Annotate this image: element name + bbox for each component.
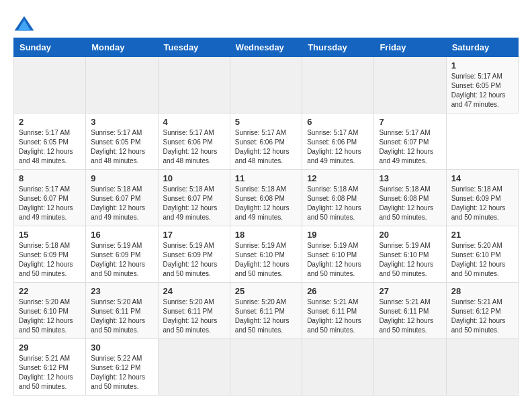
day-detail: Sunrise: 5:17 AM Sunset: 6:05 PM Dayligh… xyxy=(19,128,81,166)
day-number: 13 xyxy=(379,173,441,183)
day-number: 29 xyxy=(19,342,81,353)
day-detail: Sunrise: 5:17 AM Sunset: 6:07 PM Dayligh… xyxy=(379,128,441,166)
calendar-day-2: 2Sunrise: 5:17 AM Sunset: 6:05 PM Daylig… xyxy=(14,113,86,170)
day-number: 10 xyxy=(163,173,225,183)
day-detail: Sunrise: 5:20 AM Sunset: 6:10 PM Dayligh… xyxy=(451,241,513,279)
calendar-day-25: 25Sunrise: 5:20 AM Sunset: 6:11 PM Dayli… xyxy=(230,283,302,339)
day-detail: Sunrise: 5:19 AM Sunset: 6:09 PM Dayligh… xyxy=(163,241,225,279)
calendar-day-15: 15Sunrise: 5:18 AM Sunset: 6:09 PM Dayli… xyxy=(14,226,86,283)
day-number: 24 xyxy=(163,286,225,296)
empty-cell xyxy=(14,57,86,113)
empty-cell xyxy=(374,57,446,113)
calendar-body: 1Sunrise: 5:17 AM Sunset: 6:05 PM Daylig… xyxy=(14,57,519,396)
calendar-week-3: 15Sunrise: 5:18 AM Sunset: 6:09 PM Dayli… xyxy=(14,226,519,283)
day-number: 6 xyxy=(307,117,369,127)
day-of-week-tuesday: Tuesday xyxy=(158,38,230,57)
day-of-week-monday: Monday xyxy=(86,38,158,57)
calendar-day-3: 3Sunrise: 5:17 AM Sunset: 6:05 PM Daylig… xyxy=(86,113,158,170)
calendar-day-24: 24Sunrise: 5:20 AM Sunset: 6:11 PM Dayli… xyxy=(158,283,230,339)
day-detail: Sunrise: 5:22 AM Sunset: 6:12 PM Dayligh… xyxy=(91,354,152,392)
calendar-day-11: 11Sunrise: 5:18 AM Sunset: 6:08 PM Dayli… xyxy=(230,170,302,226)
day-detail: Sunrise: 5:18 AM Sunset: 6:09 PM Dayligh… xyxy=(19,241,81,279)
day-number: 26 xyxy=(307,286,369,296)
day-number: 30 xyxy=(91,342,152,353)
day-of-week-wednesday: Wednesday xyxy=(230,38,302,57)
calendar-day-17: 17Sunrise: 5:19 AM Sunset: 6:09 PM Dayli… xyxy=(158,226,230,283)
calendar-day-4: 4Sunrise: 5:17 AM Sunset: 6:06 PM Daylig… xyxy=(158,113,230,170)
empty-cell xyxy=(158,339,230,396)
day-number: 16 xyxy=(91,230,152,240)
logo-icon xyxy=(13,13,35,35)
day-detail: Sunrise: 5:20 AM Sunset: 6:11 PM Dayligh… xyxy=(235,298,297,335)
calendar-day-16: 16Sunrise: 5:19 AM Sunset: 6:09 PM Dayli… xyxy=(86,226,158,283)
day-detail: Sunrise: 5:17 AM Sunset: 6:05 PM Dayligh… xyxy=(91,128,152,166)
calendar-day-30: 30Sunrise: 5:22 AM Sunset: 6:12 PM Dayli… xyxy=(86,339,158,396)
day-number: 12 xyxy=(307,173,369,183)
empty-cell xyxy=(302,339,374,396)
calendar-day-22: 22Sunrise: 5:20 AM Sunset: 6:10 PM Dayli… xyxy=(14,283,86,339)
calendar-day-5: 5Sunrise: 5:17 AM Sunset: 6:06 PM Daylig… xyxy=(230,113,302,170)
day-detail: Sunrise: 5:19 AM Sunset: 6:10 PM Dayligh… xyxy=(307,241,369,279)
day-detail: Sunrise: 5:19 AM Sunset: 6:10 PM Dayligh… xyxy=(379,241,441,279)
day-number: 18 xyxy=(235,230,297,240)
day-detail: Sunrise: 5:18 AM Sunset: 6:09 PM Dayligh… xyxy=(451,185,513,222)
empty-cell xyxy=(230,57,302,113)
empty-cell xyxy=(446,339,518,396)
calendar-week-2: 8Sunrise: 5:17 AM Sunset: 6:07 PM Daylig… xyxy=(14,170,519,226)
day-detail: Sunrise: 5:18 AM Sunset: 6:08 PM Dayligh… xyxy=(307,185,369,222)
day-of-week-thursday: Thursday xyxy=(302,38,374,57)
empty-cell xyxy=(374,339,446,396)
calendar-day-26: 26Sunrise: 5:21 AM Sunset: 6:11 PM Dayli… xyxy=(302,283,374,339)
day-number: 21 xyxy=(451,230,513,240)
day-number: 17 xyxy=(163,230,225,240)
day-detail: Sunrise: 5:21 AM Sunset: 6:12 PM Dayligh… xyxy=(19,354,81,392)
day-detail: Sunrise: 5:20 AM Sunset: 6:10 PM Dayligh… xyxy=(19,298,81,335)
day-number: 5 xyxy=(235,117,297,127)
calendar-day-20: 20Sunrise: 5:19 AM Sunset: 6:10 PM Dayli… xyxy=(374,226,446,283)
day-number: 11 xyxy=(235,173,297,183)
day-number: 20 xyxy=(379,230,441,240)
empty-cell xyxy=(302,57,374,113)
calendar-day-12: 12Sunrise: 5:18 AM Sunset: 6:08 PM Dayli… xyxy=(302,170,374,226)
calendar-day-19: 19Sunrise: 5:19 AM Sunset: 6:10 PM Dayli… xyxy=(302,226,374,283)
calendar-day-9: 9Sunrise: 5:18 AM Sunset: 6:07 PM Daylig… xyxy=(86,170,158,226)
calendar-day-29: 29Sunrise: 5:21 AM Sunset: 6:12 PM Dayli… xyxy=(14,339,86,396)
day-number: 8 xyxy=(19,173,81,183)
day-number: 22 xyxy=(19,286,81,296)
calendar-day-23: 23Sunrise: 5:20 AM Sunset: 6:11 PM Dayli… xyxy=(86,283,158,339)
day-detail: Sunrise: 5:19 AM Sunset: 6:09 PM Dayligh… xyxy=(91,241,152,279)
logo xyxy=(13,13,38,35)
day-detail: Sunrise: 5:20 AM Sunset: 6:11 PM Dayligh… xyxy=(91,298,152,335)
calendar-day-21: 21Sunrise: 5:20 AM Sunset: 6:10 PM Dayli… xyxy=(446,226,518,283)
day-detail: Sunrise: 5:21 AM Sunset: 6:12 PM Dayligh… xyxy=(451,298,513,335)
day-number: 4 xyxy=(163,117,225,127)
days-of-week-row: SundayMondayTuesdayWednesdayThursdayFrid… xyxy=(14,38,519,57)
day-number: 9 xyxy=(91,173,152,183)
day-detail: Sunrise: 5:18 AM Sunset: 6:08 PM Dayligh… xyxy=(235,185,297,222)
calendar-day-13: 13Sunrise: 5:18 AM Sunset: 6:08 PM Dayli… xyxy=(374,170,446,226)
calendar-day-27: 27Sunrise: 5:21 AM Sunset: 6:11 PM Dayli… xyxy=(374,283,446,339)
day-of-week-saturday: Saturday xyxy=(446,38,518,57)
day-number: 14 xyxy=(451,173,513,183)
day-number: 15 xyxy=(19,230,81,240)
day-detail: Sunrise: 5:17 AM Sunset: 6:07 PM Dayligh… xyxy=(19,185,81,222)
calendar-week-4: 22Sunrise: 5:20 AM Sunset: 6:10 PM Dayli… xyxy=(14,283,519,339)
calendar-day-8: 8Sunrise: 5:17 AM Sunset: 6:07 PM Daylig… xyxy=(14,170,86,226)
day-detail: Sunrise: 5:17 AM Sunset: 6:06 PM Dayligh… xyxy=(307,128,369,166)
calendar-week-1: 2Sunrise: 5:17 AM Sunset: 6:05 PM Daylig… xyxy=(14,113,519,170)
calendar-day-14: 14Sunrise: 5:18 AM Sunset: 6:09 PM Dayli… xyxy=(446,170,518,226)
day-number: 2 xyxy=(19,117,81,127)
day-detail: Sunrise: 5:17 AM Sunset: 6:06 PM Dayligh… xyxy=(235,128,297,166)
day-detail: Sunrise: 5:18 AM Sunset: 6:07 PM Dayligh… xyxy=(163,185,225,222)
day-number: 19 xyxy=(307,230,369,240)
empty-cell xyxy=(158,57,230,113)
page-header xyxy=(13,13,519,35)
calendar-day-28: 28Sunrise: 5:21 AM Sunset: 6:12 PM Dayli… xyxy=(446,283,518,339)
empty-cell xyxy=(230,339,302,396)
calendar-week-0: 1Sunrise: 5:17 AM Sunset: 6:05 PM Daylig… xyxy=(14,57,519,113)
calendar-day-18: 18Sunrise: 5:19 AM Sunset: 6:10 PM Dayli… xyxy=(230,226,302,283)
day-detail: Sunrise: 5:18 AM Sunset: 6:07 PM Dayligh… xyxy=(91,185,152,222)
day-number: 27 xyxy=(379,286,441,296)
day-detail: Sunrise: 5:21 AM Sunset: 6:11 PM Dayligh… xyxy=(379,298,441,335)
day-detail: Sunrise: 5:21 AM Sunset: 6:11 PM Dayligh… xyxy=(307,298,369,335)
